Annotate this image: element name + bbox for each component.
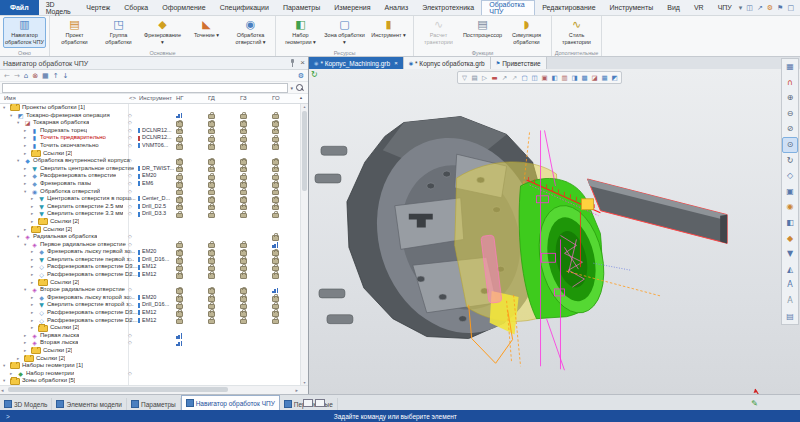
tree-row[interactable]: ▸◈Вторая лыска◇ bbox=[0, 339, 308, 347]
layout-icons[interactable] bbox=[303, 399, 325, 407]
render-sphere-icon[interactable]: ◉ bbox=[783, 199, 797, 215]
window-split-icon[interactable] bbox=[315, 399, 325, 407]
bottom-tab[interactable]: 3D Модель bbox=[0, 398, 52, 410]
move-down-icon[interactable]: ↓ bbox=[63, 71, 69, 81]
zoom-in-icon[interactable]: ⊕ bbox=[783, 90, 797, 106]
snap2-icon[interactable]: ↗ bbox=[510, 74, 519, 82]
tree-row[interactable]: ▸▮Подрезать торец◇DCLNR12... bbox=[0, 127, 308, 135]
expander-icon[interactable]: ▸ bbox=[31, 271, 36, 279]
zoom-out-icon[interactable]: ⊖ bbox=[783, 106, 797, 122]
render-half-icon[interactable]: ◧ bbox=[783, 215, 797, 231]
tree-row[interactable]: ▸▼Сверлить отверстие 2.5 мм◇Drill_D2.5 bbox=[0, 203, 308, 211]
column-header[interactable]: Имя bbox=[4, 95, 16, 101]
ribbon-button[interactable]: ▥Навигатор обработок ЧПУ bbox=[3, 17, 46, 48]
shadow-icon[interactable]: ◭ bbox=[783, 262, 797, 278]
sel-right-icon[interactable]: ◨ bbox=[570, 74, 579, 82]
menu-tab[interactable]: Инструменты bbox=[603, 0, 661, 15]
tree-row[interactable]: ▸▼Сверлить отверстие первой з...◇Drill_D… bbox=[0, 256, 308, 264]
sel-window-icon[interactable]: ◫ bbox=[530, 74, 539, 82]
menu-tab[interactable]: ЧПУ bbox=[711, 0, 739, 15]
scroll-left-icon[interactable]: ◂ bbox=[1, 386, 4, 394]
search-input[interactable] bbox=[2, 83, 288, 93]
sel-hatch-icon[interactable]: ▩ bbox=[580, 74, 589, 82]
ribbon-button[interactable]: ▤Постпроцессор bbox=[461, 17, 504, 48]
document-tab[interactable]: ◉* Корпус_Machining.grb× bbox=[309, 57, 404, 69]
sel-corner-icon[interactable]: ◪ bbox=[590, 74, 599, 82]
flag-icon[interactable]: ⚑ bbox=[777, 4, 783, 12]
zoom-all-icon[interactable]: ⊙ bbox=[782, 137, 798, 153]
expander-icon[interactable]: ▾ bbox=[3, 104, 8, 112]
back-icon[interactable]: ← bbox=[4, 71, 10, 81]
tree-row[interactable]: ▸▼Сверлить центральное отверстие◇DR_TWIS… bbox=[0, 165, 308, 173]
view-front-icon[interactable]: ▣ bbox=[783, 184, 797, 200]
tree-row[interactable]: ▸▼Сверлить отверстие второй з...◇Drill_D… bbox=[0, 301, 308, 309]
expander-icon[interactable]: ▸ bbox=[17, 355, 22, 363]
sel-half-icon[interactable]: ◧ bbox=[550, 74, 559, 82]
preview-icon[interactable]: ◫ bbox=[746, 4, 753, 12]
layers-icon[interactable]: ▤ bbox=[470, 74, 479, 82]
expander-icon[interactable]: ▸ bbox=[31, 309, 36, 317]
tree-row[interactable]: ▸Ссылки [2] bbox=[0, 150, 308, 158]
bottom-tab[interactable]: Элементы модели bbox=[52, 398, 127, 410]
pin-icon[interactable] bbox=[289, 59, 296, 67]
tree-row[interactable]: ▸◆Фрезеровать лыску второй зо...◇EM20 bbox=[0, 294, 308, 302]
scene-3d[interactable]: ↻ ▽▤▷▬↗↗▢◫▣◧▥◨▩◪▦◩ bbox=[309, 69, 800, 394]
vertical-scrollbar[interactable]: ▴▾ bbox=[300, 104, 308, 385]
tree-row[interactable]: ▸Ссылки [2] bbox=[0, 279, 308, 287]
sel-doc-icon[interactable]: ◩ bbox=[610, 74, 619, 82]
tree-row[interactable]: ▸◇Расфрезеровать отверстие D2...◇EM12 bbox=[0, 317, 308, 325]
menu-tab[interactable]: Обработка ЧПУ bbox=[481, 0, 535, 15]
tree-row[interactable]: ▾◈Первое радиальное отверстие◇ bbox=[0, 241, 308, 249]
model-canvas[interactable] bbox=[309, 69, 800, 394]
close-tab-icon[interactable]: × bbox=[394, 60, 398, 66]
tree-row[interactable]: ▸▮Точить окончательно◇VNMT06... bbox=[0, 142, 308, 150]
menu-tab[interactable]: Спецификации bbox=[213, 0, 276, 15]
expander-icon[interactable]: ▾ bbox=[17, 233, 22, 241]
expander-icon[interactable]: ▸ bbox=[31, 294, 36, 302]
expander-icon[interactable]: ▸ bbox=[31, 263, 36, 271]
window-icon[interactable] bbox=[303, 399, 313, 407]
search-icon[interactable] bbox=[296, 84, 303, 91]
tree-row[interactable]: ▸◇Расфрезеровать отверстие D3...◇EM12 bbox=[0, 263, 308, 271]
tree-row[interactable]: ▾◪Токарная обработка◇ bbox=[0, 119, 308, 127]
scroll-right-icon[interactable]: ▸ bbox=[295, 386, 298, 394]
tree-row[interactable]: ▸◆Набор геометрии◇ bbox=[0, 370, 308, 378]
expander-icon[interactable]: ▸ bbox=[24, 339, 29, 347]
dropdown-icon[interactable]: ▾ bbox=[739, 4, 743, 12]
ribbon-button[interactable]: ∿Стиль траектории bbox=[555, 17, 598, 48]
ribbon-button[interactable]: ◗Симуляция обработки bbox=[505, 17, 548, 48]
document-tab[interactable]: ⚑Приветствие bbox=[491, 57, 547, 69]
expander-icon[interactable]: ▸ bbox=[24, 226, 29, 234]
refresh-icon[interactable]: ↻ bbox=[311, 70, 318, 79]
tree-row[interactable]: ▾◩Токарно-фрезерная операция◇ bbox=[0, 112, 308, 120]
forward-icon[interactable]: → bbox=[14, 71, 20, 81]
magnet-icon[interactable]: ∩ bbox=[783, 75, 797, 91]
text-a2-icon[interactable]: A bbox=[783, 293, 797, 309]
filter-icon[interactable]: ▽ bbox=[460, 74, 469, 82]
column-header[interactable]: <> bbox=[129, 95, 136, 101]
expander-icon[interactable]: ▾ bbox=[3, 362, 8, 370]
tree-row[interactable]: ▾◈Радиальная обработка◇ bbox=[0, 233, 308, 241]
menu-tab[interactable]: Параметры bbox=[276, 0, 327, 15]
chevron-down-icon[interactable]: ▾ bbox=[288, 85, 295, 91]
expander-icon[interactable]: ▸ bbox=[24, 134, 29, 142]
sel-grid-icon[interactable]: ▦ bbox=[600, 74, 609, 82]
bottom-tab[interactable]: Параметры bbox=[127, 398, 181, 410]
menu-tab[interactable]: Редактирование bbox=[535, 0, 602, 15]
tree-row[interactable]: ▾Проекты обработки [1] bbox=[0, 104, 308, 112]
tree-row[interactable]: ▾◈Второе радиальное отверстие◇ bbox=[0, 286, 308, 294]
tree-row[interactable]: ▸◇Расфрезеровать отверстие D3...◇EM12 bbox=[0, 309, 308, 317]
expander-icon[interactable]: ▾ bbox=[24, 241, 29, 249]
scroll-up-icon[interactable]: ▲ bbox=[299, 95, 303, 100]
tree-row[interactable]: ▸Ссылки [2] bbox=[0, 324, 308, 332]
tree-row[interactable]: ▾◉Обработка отверстий◇ bbox=[0, 188, 308, 196]
expander-icon[interactable]: ▸ bbox=[31, 317, 36, 325]
tree-row[interactable]: ▸◇Расфрезеровать отверстие D2...◇EM12 bbox=[0, 271, 308, 279]
edit-pencil-icon[interactable]: ✎ bbox=[751, 399, 758, 408]
grid-view-icon[interactable]: ▦ bbox=[42, 71, 49, 81]
file-menu-button[interactable]: Файл bbox=[0, 0, 39, 15]
settings-gear-icon[interactable]: ⚙ bbox=[767, 4, 773, 12]
menu-tab[interactable]: Вид bbox=[660, 0, 687, 15]
expander-icon[interactable]: ▸ bbox=[31, 210, 36, 218]
menu-tab[interactable]: Электротехника bbox=[415, 0, 481, 15]
